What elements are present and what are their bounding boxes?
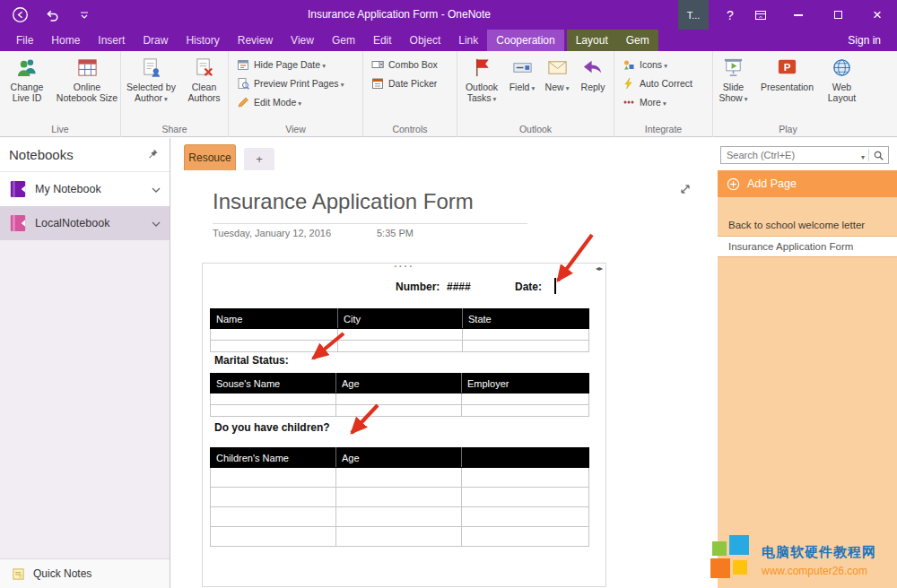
tab-edit[interactable]: Edit — [364, 30, 401, 51]
table-cell[interactable] — [211, 527, 336, 547]
children-question-label[interactable]: Do you have children? — [214, 421, 330, 434]
page-list-item-selected[interactable]: Insurance Application Form — [718, 236, 897, 257]
tab-gem-contextual[interactable]: Gem — [617, 30, 658, 51]
edit-mode-button[interactable]: Edit Mode — [237, 95, 301, 108]
header-cell[interactable]: Employer — [462, 374, 589, 393]
tab-insert[interactable]: Insert — [89, 30, 134, 51]
back-icon[interactable] — [11, 6, 29, 24]
table-cell[interactable] — [338, 341, 463, 352]
number-label[interactable]: Number: — [396, 281, 440, 293]
outlook-tasks-button[interactable]: Outlook Tasks — [461, 55, 502, 104]
header-cell[interactable]: Name — [211, 309, 338, 329]
tab-link[interactable]: Link — [449, 30, 487, 51]
header-cell[interactable]: Children's Name — [211, 448, 336, 468]
header-cell[interactable]: Age — [336, 448, 462, 468]
search-input[interactable] — [721, 150, 861, 160]
add-section-tab[interactable]: + — [244, 148, 274, 170]
page-title[interactable]: Insurance Application Form — [213, 189, 474, 214]
date-label[interactable]: Date: — [515, 281, 542, 293]
header-cell[interactable]: City — [338, 309, 463, 329]
table-cell[interactable] — [462, 527, 589, 547]
container-drag-handle[interactable] — [394, 261, 414, 272]
table-cell[interactable] — [211, 488, 336, 507]
table-cell[interactable] — [463, 341, 589, 352]
tab-gem[interactable]: Gem — [323, 30, 364, 51]
combo-box-button[interactable]: Combo Box — [371, 57, 438, 71]
quick-notes-button[interactable]: Quick Notes — [0, 558, 170, 588]
container-resize-arrows-icon[interactable] — [596, 264, 603, 272]
header-cell[interactable]: State — [463, 309, 589, 329]
notebook-item-my-notebook[interactable]: My Notebook — [0, 172, 170, 206]
minimize-button[interactable] — [779, 0, 818, 30]
note-container[interactable]: Number: #### Date: Name City State Marit… — [202, 263, 606, 587]
header-cell[interactable] — [462, 448, 589, 468]
more-button[interactable]: More — [623, 95, 666, 108]
slide-show-button[interactable]: Slide Show — [714, 55, 753, 104]
tab-draw[interactable]: Draw — [134, 30, 177, 51]
table-cell[interactable] — [211, 468, 336, 488]
table-cell[interactable] — [462, 488, 589, 507]
icons-button[interactable]: Icons — [623, 57, 667, 71]
reply-button[interactable]: Reply — [576, 55, 610, 92]
table-cell[interactable] — [336, 393, 462, 405]
sign-in-button[interactable]: Sign in — [839, 30, 890, 51]
table-cell[interactable] — [211, 405, 336, 417]
presentation-button[interactable]: P Presentation — [757, 55, 818, 92]
tab-file[interactable]: File — [7, 30, 42, 51]
expand-page-icon[interactable] — [678, 182, 692, 196]
online-notebook-size-button[interactable]: Online Notebook Size — [55, 55, 119, 104]
auto-correct-button[interactable]: Auto Correct — [623, 76, 692, 90]
hide-page-date-button[interactable]: Hide Page Date — [237, 57, 326, 71]
page-canvas[interactable]: Insurance Application Form Tuesday, Janu… — [170, 170, 718, 588]
search-icon[interactable] — [873, 150, 884, 161]
table-cell[interactable] — [463, 329, 589, 341]
table-cell[interactable] — [338, 329, 463, 341]
tab-home[interactable]: Home — [42, 30, 89, 51]
table-cell[interactable] — [211, 393, 336, 405]
header-cell[interactable]: Souse's Name — [211, 374, 336, 393]
ribbon-display-options-icon[interactable] — [752, 6, 770, 24]
tab-layout-contextual[interactable]: Layout — [567, 30, 617, 51]
number-value[interactable]: #### — [447, 281, 471, 293]
web-layout-button[interactable]: Web Layout — [822, 55, 863, 104]
selected-by-author-button[interactable]: Selected by Author — [123, 55, 180, 104]
tab-cooperation[interactable]: Cooperation — [487, 30, 563, 51]
contextual-group-indicator[interactable]: T... — [678, 0, 709, 30]
chevron-down-icon[interactable] — [152, 217, 161, 229]
qat-customize-icon[interactable] — [75, 6, 93, 24]
notebook-item-local-notebook[interactable]: LocalNotebook — [0, 206, 170, 240]
table-cell[interactable] — [336, 468, 462, 488]
table-cell[interactable] — [211, 329, 338, 341]
add-page-button[interactable]: Add Page — [718, 170, 897, 197]
maximize-button[interactable] — [818, 0, 858, 30]
table-cell[interactable] — [462, 468, 589, 488]
pin-icon[interactable] — [147, 147, 159, 162]
table-cell[interactable] — [336, 527, 462, 547]
table-cell[interactable] — [462, 393, 589, 405]
tab-history[interactable]: History — [177, 30, 228, 51]
preview-print-pages-button[interactable]: Preview Print Pages — [237, 76, 344, 90]
chevron-down-icon[interactable] — [152, 183, 161, 195]
header-cell[interactable]: Age — [336, 374, 462, 393]
page-list-item[interactable]: Back to school welcome letter — [718, 215, 897, 235]
tab-view[interactable]: View — [282, 30, 323, 51]
tab-review[interactable]: Review — [229, 30, 282, 51]
marital-status-label[interactable]: Marital Status: — [214, 354, 289, 367]
clean-authors-button[interactable]: Clean Authors — [182, 55, 227, 104]
table-cell[interactable] — [211, 507, 336, 527]
table-cell[interactable] — [462, 405, 589, 417]
table-cell[interactable] — [336, 507, 462, 527]
date-picker-button[interactable]: Date Picker — [371, 76, 437, 90]
table-cell[interactable] — [336, 405, 462, 417]
tab-object[interactable]: Object — [401, 30, 450, 51]
help-icon[interactable]: ? — [723, 8, 737, 22]
search-scope-caret-icon[interactable] — [861, 147, 865, 163]
new-mail-button[interactable]: New — [542, 55, 572, 93]
table-cell[interactable] — [211, 341, 338, 352]
field-button[interactable]: Field — [506, 55, 538, 93]
table-cell[interactable] — [462, 507, 589, 527]
change-live-id-button[interactable]: Change Live ID — [1, 55, 53, 104]
undo-icon[interactable] — [43, 6, 61, 24]
table-cell[interactable] — [336, 488, 462, 507]
close-button[interactable] — [858, 0, 897, 30]
